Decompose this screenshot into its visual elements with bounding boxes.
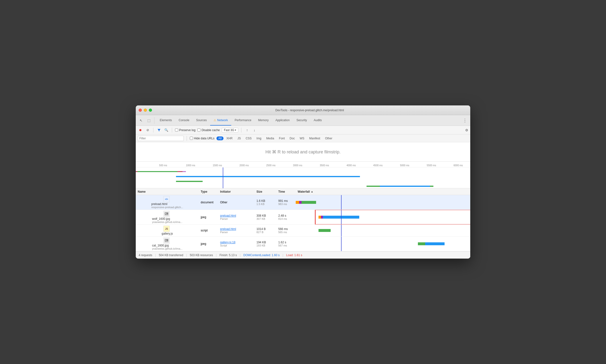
timeline-graph (136, 168, 470, 188)
file-icon-jpg-cat (163, 237, 170, 244)
timeline-ruler: 500 ms 1000 ms 1500 ms 2000 ms 2500 ms 3… (136, 162, 470, 168)
filter-chip-img[interactable]: Img (254, 136, 263, 140)
row-initiator-preload: Other (218, 195, 254, 210)
row-size-gallery: 1014 B 827 B (254, 225, 276, 236)
status-bar: 4 requests | 504 KB transferred | 503 KB… (136, 251, 470, 259)
filter-chip-xhr[interactable]: XHR (224, 136, 234, 140)
tab-security[interactable]: Security (293, 115, 310, 126)
row-filename-wolf: wolf_1600.jpg (152, 217, 182, 221)
tab-sources[interactable]: Sources (193, 115, 210, 126)
row-time-gallery: 566 ms 565 ms (276, 225, 296, 236)
waterfall-vline-cat (341, 236, 342, 251)
waterfall-bars-preload (296, 201, 316, 204)
row-initiator-gallery: preload.html Parser (218, 225, 254, 236)
window-title: DevTools - responsive-preload.glitch.me/… (152, 109, 467, 112)
filter-input[interactable] (138, 136, 184, 141)
col-header-name[interactable]: Name (138, 190, 201, 193)
tab-elements[interactable]: Elements (156, 115, 175, 126)
col-header-size[interactable]: Size (256, 190, 278, 193)
row-name-cell-preload: </> preload.html responsive-preload.glit… (136, 195, 199, 210)
row-filename-gallery: gallery.js (162, 232, 173, 235)
minimize-button[interactable] (144, 109, 147, 112)
col-header-type[interactable]: Type (201, 190, 220, 193)
row-url-preload: responsive-preload.glitch... (151, 206, 183, 209)
preserve-log-checkbox[interactable]: Preserve log (175, 129, 195, 132)
row-size-wolf: 308 KB 307 KB (254, 210, 276, 224)
clear-button[interactable]: ⊘ (145, 128, 150, 133)
traffic-lights (139, 109, 152, 112)
search-icon[interactable]: 🔍 (164, 128, 169, 133)
filmstrip-message: Hit ⌘ R to reload and capture filmstrip. (265, 149, 341, 155)
status-finish: Finish: 5.13 s (220, 253, 237, 257)
row-time-preload: 991 ms 983 ms (276, 195, 296, 210)
tab-performance[interactable]: Performance (231, 115, 255, 126)
ruler-mark-3500: 3500 ms (320, 164, 329, 167)
status-transferred: 504 KB transferred (159, 253, 183, 257)
row-name-text-cat: cat_1600.jpg yoavweiss.github.io/ima... (152, 244, 182, 250)
file-icon-html: </> (163, 196, 170, 202)
record-button[interactable]: ⏺ (138, 128, 143, 133)
wf-purple-wolf (321, 216, 323, 219)
row-name-text-gallery: gallery.js (162, 232, 173, 235)
row-url-wolf: yoavweiss.github.io/ima... (152, 221, 182, 223)
timeline-vline (223, 168, 223, 188)
filter-chip-css[interactable]: CSS (244, 136, 253, 140)
tab-network[interactable]: ⚠ Network (210, 115, 231, 126)
row-filename-cat: cat_1600.jpg (152, 244, 182, 247)
col-header-time[interactable]: Time (278, 190, 298, 193)
filter-chip-other[interactable]: Other (323, 136, 334, 140)
col-header-initiator[interactable]: Initiator (220, 190, 256, 193)
tab-application[interactable]: Application (272, 115, 293, 126)
import-button[interactable]: ↑ (244, 128, 250, 133)
fullscreen-button[interactable] (149, 109, 152, 112)
row-time-cat: 1.62 s 567 ms (276, 236, 296, 251)
wf-green-gallery (318, 229, 331, 232)
table-row[interactable]: cat_1600.jpg yoavweiss.github.io/ima... … (136, 236, 470, 251)
col-header-waterfall[interactable]: Waterfall ▲ (298, 190, 468, 193)
device-toggle-icon[interactable]: ⬚ (145, 117, 152, 124)
filter-chip-media[interactable]: Media (264, 136, 276, 140)
filter-chip-font[interactable]: Font (277, 136, 287, 140)
chevron-down-icon: ▾ (235, 129, 236, 131)
timeline-wrapper: 500 ms 1000 ms 1500 ms 2000 ms 2500 ms 3… (136, 162, 470, 188)
status-requests: 4 requests (139, 253, 152, 257)
filter-chip-doc[interactable]: Doc (288, 136, 297, 140)
row-time-wolf: 2.48 s 814 ms (276, 210, 296, 224)
row-name-text-wolf: wolf_1600.jpg yoavweiss.github.io/ima... (152, 217, 182, 223)
ruler-mark-3000: 3000 ms (293, 164, 302, 167)
hide-data-urls-checkbox[interactable]: Hide data URLs (190, 137, 214, 140)
ruler-mark-500: 500 ms (159, 164, 167, 167)
filter-chip-manifest[interactable]: Manifest (307, 136, 322, 140)
disable-cache-checkbox[interactable]: Disable cache (197, 129, 220, 132)
row-name-cell-gallery: JS gallery.js (136, 225, 199, 236)
table-row[interactable]: </> preload.html responsive-preload.glit… (136, 195, 470, 210)
more-tabs-button[interactable]: ⋮ (461, 117, 468, 124)
settings-icon[interactable]: ⚙ (465, 128, 468, 132)
waterfall-bars-gallery (318, 229, 331, 232)
row-initiator-wolf: preload.html Parser (218, 210, 254, 224)
row-name-cell-cat: cat_1600.jpg yoavweiss.github.io/ima... (136, 236, 199, 251)
inspect-icon[interactable]: ↖ (138, 117, 145, 124)
devtools-panel: ↖ ⬚ Elements Console Sources ⚠ Netwo (136, 115, 470, 259)
ruler-mark-5000: 5000 ms (400, 164, 409, 167)
filter-chip-all[interactable]: All (216, 136, 224, 140)
ruler-mark-6000: 6000 ms (454, 164, 463, 167)
tabs-bar: ↖ ⬚ Elements Console Sources ⚠ Netwo (136, 115, 470, 126)
close-button[interactable] (139, 109, 142, 112)
row-size-cat: 194 KB 193 KB (254, 236, 276, 251)
network-speed-dropdown[interactable]: Fast 3G ▾ (222, 128, 238, 132)
table-row[interactable]: JS gallery.js script preload.html Parser… (136, 225, 470, 236)
filter-icon[interactable] (156, 128, 162, 133)
waterfall-vline-gallery (341, 225, 342, 236)
filter-chip-js[interactable]: JS (235, 136, 243, 140)
waterfall-vline-wolf (341, 210, 342, 224)
table-row[interactable]: wolf_1600.jpg yoavweiss.github.io/ima...… (136, 210, 470, 225)
export-button[interactable]: ↓ (252, 128, 257, 133)
wf-green-preload (302, 201, 316, 204)
tab-audits[interactable]: Audits (310, 115, 325, 126)
tab-console[interactable]: Console (175, 115, 193, 126)
file-icon-js-gallery: JS (163, 226, 170, 232)
tab-memory[interactable]: Memory (255, 115, 272, 126)
status-resources: 503 KB resources (190, 253, 213, 257)
filter-chip-ws[interactable]: WS (298, 136, 306, 140)
